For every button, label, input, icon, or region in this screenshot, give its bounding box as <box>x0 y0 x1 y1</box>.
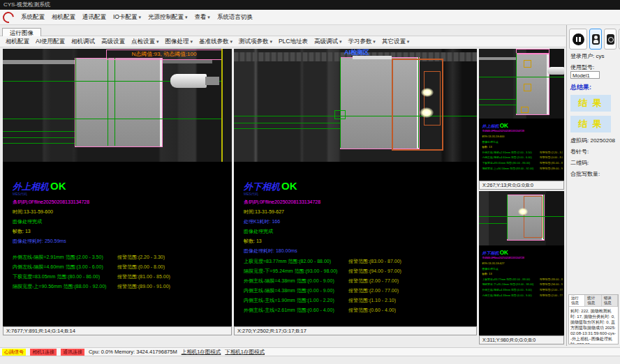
menu-system-config[interactable]: 系统配置 <box>21 13 45 22</box>
status-ok-badge: OK <box>500 123 508 129</box>
k1-elapsed-text: 处理K1耗时: 166 <box>244 218 473 225</box>
detection-box <box>524 84 531 91</box>
result-text-mini-1: 外上相机OK 条码码:0Ffline20250208133134728 时间:1… <box>479 119 564 170</box>
time-text: 时间:13-31-59-627 <box>482 261 563 266</box>
camera-title: 外下相机OK <box>482 250 563 257</box>
pause-icon <box>573 33 584 45</box>
measurement-row: 隔膜宽度-上=90.56mm 范围:(88.00 - 92.00)报警范围:(8… <box>13 284 228 289</box>
camera-title: 外上相机OK <box>482 123 563 130</box>
measurement-value: 外侧左线-隔膜=2.91mm 范围:(2.00 - 3.50) <box>482 151 540 153</box>
tool-test-params[interactable]: 测试项参数 <box>239 38 272 46</box>
frame-count-text: 帧数: 13 <box>482 146 563 150</box>
pixel-coordinate-bar: X:7677;Y:891;R:14;G:14;B:14 <box>3 326 232 335</box>
frame-count-text: 帧数: 13 <box>13 228 228 235</box>
menu-language-switch[interactable]: 系统语言切换 <box>217 13 253 22</box>
menu-view[interactable]: 查看 <box>194 13 209 22</box>
mini-panel-column: 外上相机OK 条码码:0Ffline20250208133134728 时间:1… <box>479 49 564 344</box>
menu-light-control[interactable]: 光源控制配置 <box>148 13 187 22</box>
tool-spot-check[interactable]: 点检设置 <box>131 38 158 46</box>
user-button[interactable] <box>589 29 602 50</box>
model-row: 使用型号: Model1 <box>567 63 620 79</box>
measurement-row: 上极宽度=83.77mm 范围:(82.00 - 88.00)报警范围:(83.… <box>244 259 473 264</box>
tool-advanced-debug[interactable]: 高级调试 <box>314 38 341 46</box>
elapsed-text: 图像处理耗时: 180.00ms <box>244 248 473 255</box>
camera-connection-badge: 相机1连接 <box>30 349 57 356</box>
result-box-1: 结 果 <box>570 95 611 112</box>
alarm-range: 报警范围:(0.00 - 8.00) <box>540 156 563 159</box>
measurement-line <box>479 99 516 100</box>
virtual-code-row: 虚拟码: 20250208 <box>567 137 620 144</box>
alarm-range: 报警范围:(2.20 - 3.30) <box>540 151 563 153</box>
tool-image-processing[interactable]: 图像处理 <box>165 38 193 46</box>
camera-view-mini-2[interactable] <box>479 191 564 245</box>
tool-camera-debug[interactable]: 相机调试 <box>71 38 95 46</box>
measurement-row: 隔膜宽度-下=95.24mm 范围:(93.00 - 98.00)报警范围:(9… <box>244 268 473 274</box>
measurement-line <box>479 105 516 105</box>
measurement-value: 隔膜宽度-下=95.24mm 范围:(93.00 - 98.00) <box>482 283 540 286</box>
measurement-row: 外侧主线-隔膜=4.38mm 范围:(0.00 - 9.00)报警范围:(2.0… <box>244 278 473 284</box>
measurement-value: 隔膜宽度-下=95.24mm 范围:(93.00 - 98.00) <box>244 268 348 274</box>
measurement-value: 外侧主线-隔膜=4.38mm 范围:(0.00 - 9.00) <box>244 278 348 284</box>
measurement-line <box>108 58 108 146</box>
menu-camera-config[interactable]: 相机配置 <box>52 13 75 22</box>
log-tab-stats[interactable]: 统计信息 <box>585 295 601 306</box>
status-ok-badge: OK <box>500 250 508 256</box>
led-glow <box>518 208 528 215</box>
machine-rail <box>162 60 212 63</box>
measurement-value: 外侧主线-主线=2.61mm 范围:(0.60 - 4.00) <box>244 308 348 313</box>
log-tab-errors[interactable]: 错误信息 <box>602 295 618 306</box>
upper-camera-save-link[interactable]: 上相机1存图模式 <box>182 349 221 356</box>
barcode-text: 条码码:0Ffline20250208133134728 <box>482 256 563 260</box>
measurement-value: 上极宽度=83.77mm 范围:(82.00 - 88.00) <box>244 259 348 264</box>
measurement-row: 隔膜宽度-上=90.56mm 范围:(88.00 - 92.00)报警范围:(8… <box>482 167 563 169</box>
pause-button[interactable] <box>569 29 587 50</box>
menu-comm-config[interactable]: 通讯配置 <box>82 13 106 22</box>
tool-learning-params[interactable]: 学习参数 <box>348 38 375 46</box>
detection-region-box <box>524 196 542 238</box>
tool-camera-config[interactable]: 相机配置 <box>6 38 29 46</box>
measurement-line <box>543 195 544 239</box>
measurement-value: 外侧主线-隔膜=4.38mm 范围:(0.00 - 9.00) <box>482 289 540 291</box>
measurement-row: 上极宽度=83.77mm 范围:(82.00 - 88.00)报警范围:(83.… <box>482 278 563 280</box>
result-text-mini-2: 外下相机OK 条码码:0Ffline20250208133134728 时间:1… <box>479 245 564 297</box>
camera-panel-upper-outer: N态阈值:93, 动态阈值:100 外上相机OK MES代码 条码码:0Ffli… <box>3 49 232 335</box>
measurement-value: 内侧左线-隔膜=4.60mm 范围:(3.00 - 6.00) <box>482 156 540 159</box>
alarm-range: 报警范围:(94.00 - 97.00) <box>540 283 563 286</box>
camera-view-upper-outer[interactable]: N态阈值:93, 动态阈值:100 <box>3 49 232 162</box>
measurement-value: 上极宽度=83.77mm 范围:(82.00 - 88.00) <box>482 278 540 280</box>
lower-camera-save-link[interactable]: 下相机1存图模式 <box>225 349 265 356</box>
measurement-line <box>115 58 115 146</box>
log-tab-run[interactable]: 运行信息 <box>569 295 585 306</box>
camera-view-mini-1[interactable] <box>479 49 564 119</box>
battery-cell-region <box>75 58 163 147</box>
camera-view-lower-outer[interactable]: AI检测区 <box>234 49 477 162</box>
virtual-code-label: 虚拟码: <box>570 137 589 144</box>
measurement-row: 外侧主线-主线=2.61mm 范围:(0.60 - 4.00)报警范围:(0.6… <box>244 308 473 313</box>
tool-plc-address[interactable]: PLC地址表 <box>279 38 308 46</box>
measurement-row: 内侧左线-隔膜=4.60mm 范围:(3.00 - 6.00)报警范围:(0.0… <box>13 264 228 270</box>
measurement-rows: 外侧左线-隔膜=2.91mm 范围:(2.00 - 3.50)报警范围:(2.2… <box>13 255 228 289</box>
alarm-range: 报警范围:(81.00 - 85.00) <box>117 274 170 280</box>
camera-name: 外下相机 <box>482 251 499 256</box>
tool-ai-usage-config[interactable]: AI使用配置 <box>36 38 65 46</box>
robot-arm <box>547 67 564 75</box>
measurement-row: 内侧主线-隔膜=4.38mm 范围:(0.00 - 9.00)报警范围:(2.0… <box>482 294 563 296</box>
user-icon <box>592 34 600 45</box>
machine-rail <box>479 57 516 60</box>
barcode-text: 条码码:0Ffline20250208133134728 <box>13 199 228 206</box>
measurement-line <box>479 77 564 77</box>
total-result-label: 总结果: <box>567 83 620 92</box>
log-text: 耗时: 222, 抛物检测耗时: 17, 抛物分类耗时: 0, 抛物提取分区耗时… <box>569 307 618 344</box>
detection-box <box>524 60 531 68</box>
device-button[interactable] <box>604 29 617 50</box>
model-select[interactable]: Model1 <box>570 71 600 79</box>
tool-advanced-settings[interactable]: 高级设置 <box>101 38 125 46</box>
menu-io-config[interactable]: IO卡配置 <box>113 13 141 22</box>
measurement-value: 隔膜宽度-上=90.56mm 范围:(88.00 - 92.00) <box>13 284 117 289</box>
tool-baseline-params[interactable]: 基准线参数 <box>199 38 232 46</box>
qr-row: 二维码: <box>567 159 620 167</box>
alarm-range: 报警范围:(83.00 - 87.00) <box>348 259 401 264</box>
status-ok-badge: OK <box>50 180 66 192</box>
login-user-value: cys <box>596 53 604 59</box>
tool-other-settings[interactable]: 其它设置 <box>382 38 409 46</box>
